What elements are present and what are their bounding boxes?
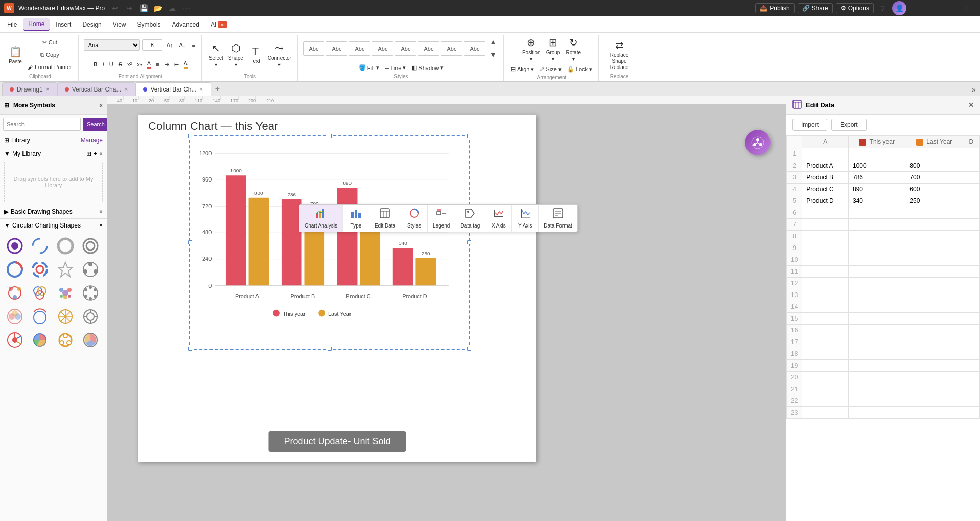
shape-item-18[interactable] [29, 329, 51, 351]
cell-b[interactable] [848, 265, 905, 277]
menu-insert[interactable]: Insert [51, 19, 76, 30]
panel-collapse-button[interactable]: « [99, 102, 103, 109]
cell-c[interactable]: 250 [905, 195, 963, 207]
shape-item-3[interactable] [55, 235, 76, 257]
cell-b[interactable] [848, 207, 905, 218]
tab-close-vbar2[interactable]: × [200, 86, 203, 93]
cell-d[interactable] [963, 324, 979, 336]
text-color-button[interactable]: A [145, 59, 153, 70]
cell-a[interactable] [802, 242, 849, 254]
undo-button[interactable]: ↩ [109, 2, 121, 14]
cell-d[interactable] [963, 230, 979, 242]
strikethrough-button[interactable]: S [116, 59, 124, 70]
cell-a[interactable] [802, 230, 849, 242]
indent-button[interactable]: ⇥ [162, 59, 171, 70]
tab-vbar1[interactable]: Vertical Bar Cha... × [57, 82, 136, 96]
shape-item-7[interactable] [55, 259, 76, 280]
fill-color-button[interactable]: A [182, 59, 190, 70]
my-library-add-icon[interactable]: + [94, 150, 97, 157]
cell-b[interactable] [848, 289, 905, 301]
shape-item-4[interactable] [80, 235, 101, 257]
cell-b[interactable] [848, 312, 905, 324]
cell-c[interactable] [905, 254, 963, 265]
superscript-button[interactable]: x² [125, 59, 134, 70]
circular-shapes-close[interactable]: × [99, 222, 103, 229]
autosave-button[interactable]: ☁ [166, 2, 178, 14]
manage-button[interactable]: Manage [81, 137, 103, 144]
cell-d[interactable] [963, 289, 979, 301]
font-family-select[interactable]: Arial [84, 39, 140, 51]
cell-c[interactable] [905, 336, 963, 348]
share-button[interactable]: 🔗 Share [798, 3, 833, 13]
cell-c[interactable] [905, 359, 963, 371]
menu-home[interactable]: Home [23, 18, 50, 31]
cell-b[interactable] [848, 301, 905, 312]
bullet-list-button[interactable]: ≡ [154, 59, 161, 70]
cell-d[interactable] [963, 336, 979, 348]
redo-button[interactable]: ↪ [123, 2, 135, 14]
underline-button[interactable]: U [107, 59, 115, 70]
cell-d[interactable] [963, 183, 979, 195]
cell-a[interactable] [802, 324, 849, 336]
minimize-button[interactable]: — [915, 0, 935, 16]
export-button[interactable]: Export [831, 119, 867, 131]
canvas[interactable]: Column Chart — this Year [107, 104, 786, 521]
menu-file[interactable]: File [2, 19, 22, 30]
menu-view[interactable]: View [108, 19, 131, 30]
size-button[interactable]: ⤢ Size ▾ [538, 63, 563, 75]
cell-a[interactable] [802, 265, 849, 277]
shape-item-15[interactable] [55, 306, 76, 327]
ai-mindmap-button[interactable] [745, 130, 771, 155]
cell-b[interactable]: 786 [848, 171, 905, 183]
cell-d[interactable] [963, 265, 979, 277]
cell-c[interactable] [905, 218, 963, 230]
chart-data-tag-tool[interactable]: Data tag [455, 205, 485, 232]
right-panel-close-button[interactable]: ✕ [968, 101, 974, 109]
cell-c[interactable] [905, 312, 963, 324]
chart-y-axis-tool[interactable]: Y Axis [512, 205, 539, 232]
chart-analysis-tool[interactable]: Chart Analysis [299, 205, 343, 232]
cell-a[interactable] [802, 395, 849, 406]
cell-b[interactable] [848, 395, 905, 406]
cell-b[interactable]: 340 [848, 195, 905, 207]
cell-c[interactable] [905, 242, 963, 254]
cell-a[interactable] [802, 218, 849, 230]
my-library-expand-icon[interactable]: ⊞ [86, 150, 91, 157]
save-button[interactable]: 💾 [137, 2, 150, 14]
handle-bl[interactable] [188, 347, 192, 351]
cell-b[interactable] [848, 218, 905, 230]
cell-d[interactable] [963, 242, 979, 254]
shape-item-17[interactable] [4, 329, 26, 351]
cell-a[interactable] [802, 348, 849, 359]
chart-styles-tool[interactable]: Styles [401, 205, 428, 232]
style-8[interactable]: Abc [464, 41, 485, 56]
cell-d[interactable] [963, 348, 979, 359]
cell-c[interactable] [905, 301, 963, 312]
cell-b[interactable] [848, 242, 905, 254]
chart-edit-data-tool[interactable]: Edit Data [369, 205, 401, 232]
chart-container[interactable]: 1200 960 720 480 240 0 [189, 135, 470, 350]
shape-item-14[interactable] [29, 306, 51, 327]
menu-symbols[interactable]: Symbols [132, 19, 166, 30]
position-button[interactable]: ⊕ Position ▾ [520, 36, 543, 62]
line-button[interactable]: ─ Line ▾ [383, 62, 408, 74]
basic-shapes-header[interactable]: ▶ Basic Drawing Shapes × [0, 205, 107, 218]
cell-b[interactable] [848, 348, 905, 359]
cell-c[interactable] [905, 371, 963, 383]
cell-c[interactable] [905, 207, 963, 218]
tab-add-button[interactable]: + [211, 82, 224, 96]
cell-d[interactable] [963, 218, 979, 230]
shape-item-19[interactable] [55, 329, 76, 351]
style-3[interactable]: Abc [349, 41, 370, 56]
shape-item-1[interactable] [4, 235, 26, 257]
shape-item-13[interactable] [4, 306, 26, 327]
cell-d[interactable] [963, 160, 979, 171]
cell-c[interactable] [905, 289, 963, 301]
cell-d[interactable] [963, 359, 979, 371]
search-button[interactable]: Search [83, 118, 107, 131]
cell-b[interactable]: 1000 [848, 160, 905, 171]
options-button[interactable]: ⚙ Options [836, 3, 874, 13]
cell-a[interactable] [802, 371, 849, 383]
handle-mr[interactable] [467, 240, 471, 244]
chart-legend-tool[interactable]: Legend [428, 205, 455, 232]
